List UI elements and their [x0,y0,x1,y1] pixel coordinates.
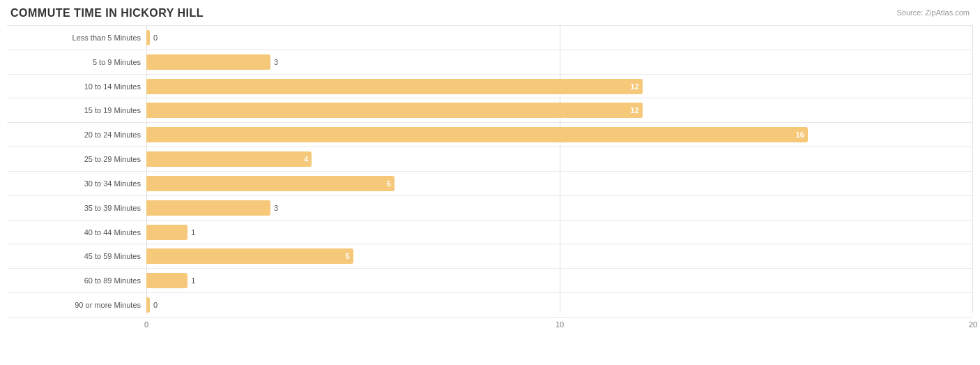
bar: 12 [146,79,643,94]
row-label: 15 to 19 Minutes [7,106,146,114]
row-label: 45 to 59 Minutes [7,252,146,260]
x-axis-label: 20 [969,320,977,329]
bar: 12 [146,103,643,118]
chart-container: COMMUTE TIME IN HICKORY HILL Source: Zip… [0,0,980,365]
bar-value-inside: 12 [630,106,638,114]
row-label: 30 to 34 Minutes [7,179,146,188]
bar [146,200,270,216]
bar [146,273,187,288]
bar-row: 40 to 44 Minutes1 [7,221,973,245]
bar-value-outside: 1 [191,276,195,285]
bar-value-outside: 0 [153,33,158,42]
bar-area: 0 [146,295,973,315]
bar: 16 [146,127,808,142]
chart-title: COMMUTE TIME IN HICKORY HILL [7,7,973,20]
bar [146,30,150,45]
bar-area: 12 [146,100,973,120]
row-label: 25 to 29 Minutes [7,155,146,163]
bar-row: 90 or more Minutes0 [7,293,973,318]
bar-area: 1 [146,271,973,290]
bar-area: 4 [146,149,973,169]
bar-row: Less than 5 Minutes0 [7,25,973,50]
bar-row: 15 to 19 Minutes12 [7,98,973,123]
bar-area: 6 [146,174,973,193]
bar-row: 30 to 34 Minutes6 [7,172,973,196]
chart-area: Less than 5 Minutes05 to 9 Minutes310 to… [7,25,973,334]
x-axis-label: 10 [556,320,564,329]
bar-value-inside: 4 [304,155,308,163]
bar-area: 3 [146,52,973,72]
bar: 5 [146,248,353,264]
bar-row: 45 to 59 Minutes5 [7,244,973,269]
x-axis-label: 0 [144,320,148,329]
bar [146,54,270,70]
bar-row: 10 to 14 Minutes12 [7,75,973,99]
bar-value-inside: 5 [345,252,349,260]
row-label: 20 to 24 Minutes [7,131,146,139]
row-label: 35 to 39 Minutes [7,204,146,212]
bar-value-outside: 0 [153,301,158,309]
bar-row: 5 to 9 Minutes3 [7,50,973,75]
bar [146,225,187,240]
row-label: 10 to 14 Minutes [7,82,146,91]
rows-container: Less than 5 Minutes05 to 9 Minutes310 to… [7,25,973,318]
bar-area: 16 [146,125,973,144]
bar-value-outside: 3 [274,58,278,66]
bar-value-outside: 3 [274,204,278,212]
row-label: Less than 5 Minutes [7,33,146,42]
row-label: 90 or more Minutes [7,301,146,309]
row-label: 40 to 44 Minutes [7,228,146,237]
bar-row: 25 to 29 Minutes4 [7,147,973,172]
bar-value-inside: 16 [796,131,804,139]
bar-row: 60 to 89 Minutes1 [7,269,973,293]
bar-area: 1 [146,223,973,242]
row-label: 5 to 9 Minutes [7,58,146,66]
bar-area: 0 [146,28,973,47]
bar-value-outside: 1 [191,228,195,237]
source-text: Source: ZipAtlas.com [896,8,970,17]
bar-row: 20 to 24 Minutes16 [7,123,973,147]
x-axis: 01020 [146,320,973,334]
bar [146,297,150,313]
bar-value-inside: 6 [387,179,391,188]
bar-area: 3 [146,198,973,218]
bar-area: 5 [146,246,973,266]
bar: 4 [146,151,312,167]
bar: 6 [146,176,395,191]
bar-value-inside: 12 [630,82,638,91]
row-label: 60 to 89 Minutes [7,276,146,285]
bar-row: 35 to 39 Minutes3 [7,196,973,221]
bar-area: 12 [146,77,973,96]
